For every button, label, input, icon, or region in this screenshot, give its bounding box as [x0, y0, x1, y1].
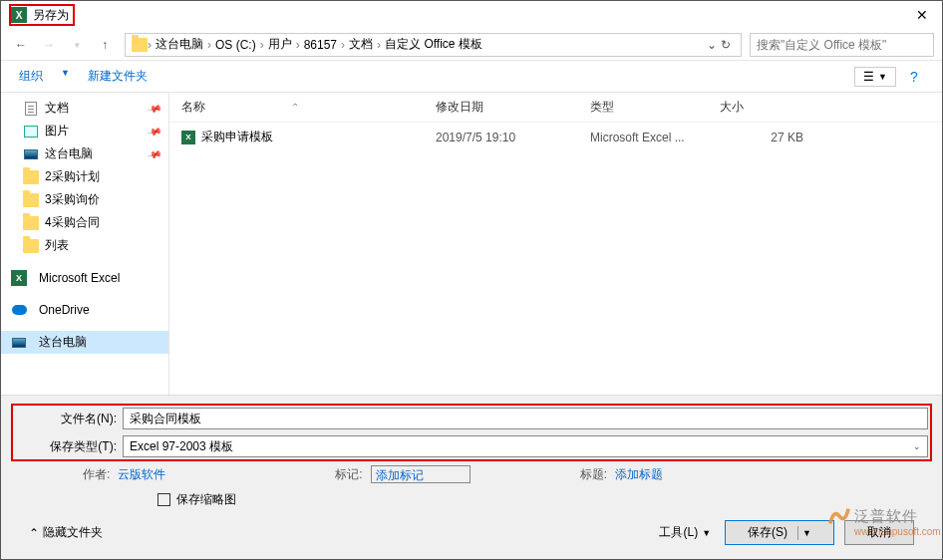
hide-folders-button[interactable]: ⌃ 隐藏文件夹	[29, 524, 103, 541]
thumbnail-label: 保存缩略图	[176, 491, 236, 508]
excel-logo-icon: X	[11, 7, 27, 23]
folder-icon	[23, 216, 39, 230]
filename-input[interactable]	[123, 408, 928, 429]
pin-icon: 📌	[147, 101, 162, 117]
chevron-down-icon[interactable]: ▼	[61, 68, 70, 85]
pin-icon: 📌	[147, 124, 162, 140]
organize-button[interactable]: 组织	[19, 68, 43, 85]
sidebar-item-thispc-main[interactable]: 这台电脑	[1, 331, 168, 354]
thumbnail-checkbox[interactable]	[157, 493, 170, 506]
window-title: 另存为	[33, 7, 69, 24]
save-button[interactable]: 保存(S)▼	[725, 520, 834, 545]
breadcrumb-item[interactable]: 用户	[264, 36, 296, 53]
file-name: 采购申请模板	[201, 129, 273, 145]
breadcrumb-dropdown-icon[interactable]: ⌄	[707, 38, 717, 52]
sidebar-item-pictures[interactable]: 图片📌	[1, 120, 168, 142]
sidebar-item-folder[interactable]: 4采购合同	[1, 211, 168, 234]
file-date: 2019/7/5 19:10	[436, 131, 590, 144]
chevron-down-icon: ▼	[702, 528, 711, 538]
column-date[interactable]: 修改日期	[436, 99, 590, 116]
new-folder-button[interactable]: 新建文件夹	[88, 68, 148, 85]
breadcrumb-item[interactable]: 这台电脑	[152, 36, 207, 53]
tools-button[interactable]: 工具(L) ▼	[655, 522, 715, 543]
chevron-down-icon: ⌄	[913, 441, 921, 451]
breadcrumb-item[interactable]: 86157	[300, 38, 341, 52]
sidebar-item-onedrive[interactable]: OneDrive	[1, 299, 168, 321]
folder-icon	[23, 239, 39, 253]
chevron-up-icon: ⌃	[29, 526, 39, 540]
refresh-icon[interactable]: ↻	[721, 38, 731, 52]
search-input[interactable]	[750, 33, 934, 57]
column-type[interactable]: 类型	[590, 99, 720, 116]
filetype-select[interactable]: Excel 97-2003 模板 ⌄	[123, 435, 928, 457]
sidebar-item-thispc[interactable]: 这台电脑📌	[1, 142, 168, 165]
tags-input[interactable]: 添加标记	[371, 465, 471, 483]
file-type: Microsoft Excel ...	[590, 131, 720, 144]
recent-dropdown-icon[interactable]: ▾	[65, 33, 89, 57]
folder-icon	[23, 193, 39, 207]
column-size[interactable]: 大小	[720, 99, 819, 116]
sidebar-item-excel[interactable]: XMicrosoft Excel	[1, 267, 168, 289]
sidebar-item-folder[interactable]: 列表	[1, 234, 168, 257]
back-button[interactable]: ←	[9, 33, 33, 57]
forward-button[interactable]: →	[37, 33, 61, 57]
author-label: 作者:	[83, 466, 110, 483]
sidebar-item-folder[interactable]: 3采购询价	[1, 188, 168, 211]
pin-icon: 📌	[147, 146, 162, 162]
document-icon	[25, 102, 37, 116]
breadcrumb-item[interactable]: 自定义 Office 模板	[381, 36, 486, 53]
title-label: 标题:	[580, 466, 607, 483]
filename-label: 文件名(N):	[15, 411, 123, 427]
picture-icon	[24, 126, 38, 138]
column-name[interactable]: 名称⌃	[181, 99, 436, 116]
excel-icon: X	[11, 270, 27, 286]
view-toggle[interactable]: ☰ ▼	[854, 67, 896, 87]
close-icon[interactable]: ✕	[910, 5, 934, 25]
chevron-down-icon: ▼	[802, 528, 811, 538]
breadcrumb-item[interactable]: OS (C:)	[211, 38, 260, 52]
title-value[interactable]: 添加标题	[615, 466, 663, 483]
file-row[interactable]: X采购申请模板 2019/7/5 19:10 Microsoft Excel .…	[169, 125, 942, 149]
breadcrumb[interactable]: › 这台电脑› OS (C:)› 用户› 86157› 文档› 自定义 Offi…	[125, 33, 742, 57]
excel-file-icon: X	[181, 131, 195, 144]
folder-icon	[132, 38, 148, 52]
sort-icon: ⌃	[291, 102, 299, 113]
filetype-label: 保存类型(T):	[15, 438, 123, 455]
help-icon[interactable]: ?	[904, 67, 924, 87]
folder-icon	[23, 170, 39, 184]
sidebar: 文档📌 图片📌 这台电脑📌 2采购计划 3采购询价 4采购合同 列表 XMicr…	[1, 93, 168, 395]
sidebar-item-documents[interactable]: 文档📌	[1, 97, 168, 120]
tags-label: 标记:	[335, 466, 362, 483]
sidebar-item-folder[interactable]: 2采购计划	[1, 165, 168, 188]
file-size: 27 KB	[720, 131, 819, 144]
author-value[interactable]: 云版软件	[118, 466, 165, 483]
pc-icon	[24, 149, 38, 159]
cancel-button[interactable]: 取消	[844, 520, 914, 545]
pc-icon	[12, 338, 26, 348]
cloud-icon	[12, 305, 27, 315]
breadcrumb-item[interactable]: 文档	[345, 36, 377, 53]
up-button[interactable]: ↑	[93, 33, 117, 57]
